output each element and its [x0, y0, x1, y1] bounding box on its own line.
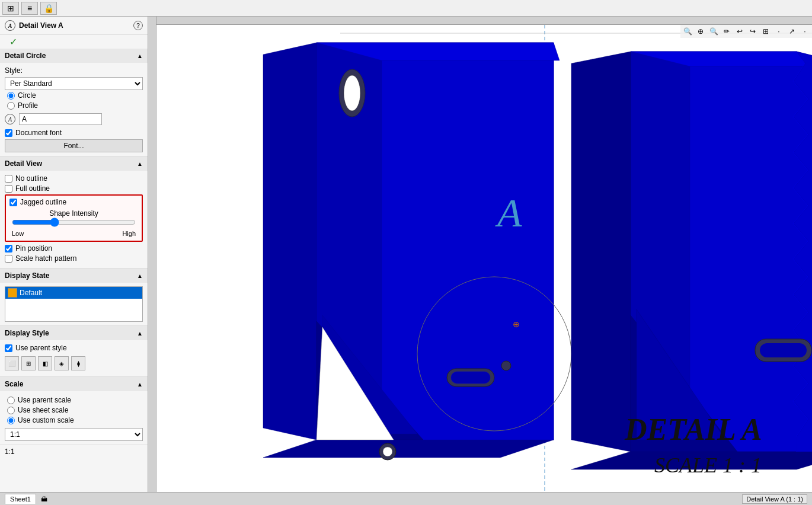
- vt-search-icon[interactable]: 🔍: [682, 26, 693, 37]
- use-sheet-scale-radio[interactable]: Use sheet scale: [7, 406, 140, 414]
- no-outline-checkbox[interactable]: [5, 175, 12, 183]
- document-font-checkbox[interactable]: [5, 129, 12, 137]
- slider-high-label: High: [122, 230, 136, 237]
- circle-profile-radio: Circle Profile: [5, 90, 143, 111]
- ds-wireframe-btn[interactable]: ⬜: [5, 356, 19, 370]
- style-label: Style:: [5, 66, 23, 75]
- font-button[interactable]: Font...: [5, 139, 143, 152]
- confirm-checkmark[interactable]: ✓: [5, 36, 22, 48]
- bottom-hole-inner: [383, 447, 392, 456]
- pin-position-checkbox[interactable]: [5, 245, 12, 252]
- detail-view-header[interactable]: Detail View ▲: [0, 156, 148, 171]
- cross-cursor-symbol: ⊕: [513, 319, 520, 329]
- vt-pencil-icon[interactable]: ✏: [721, 26, 733, 37]
- scale-header[interactable]: Scale ▲: [0, 377, 148, 391]
- display-state-collapse[interactable]: ▲: [137, 273, 143, 279]
- a-icon-small: A: [5, 114, 15, 124]
- vt-redo-icon[interactable]: ↪: [747, 26, 759, 37]
- use-parent-style-label: Use parent style: [15, 344, 67, 352]
- detail-left: [571, 52, 631, 452]
- scale-hatch-checkbox[interactable]: [5, 255, 12, 263]
- no-outline-row: No outline: [5, 174, 143, 183]
- viewport[interactable]: 🔍 ⊕ 🔍 ✏ ↩ ↪ ⊞ · ↗ ·: [148, 17, 812, 492]
- slider-labels: Low High: [12, 230, 136, 237]
- no-outline-label: No outline: [15, 174, 47, 183]
- detail-circle-collapse[interactable]: ▲: [137, 53, 143, 59]
- display-state-header[interactable]: Display State ▲: [0, 269, 148, 283]
- help-icon[interactable]: ?: [133, 21, 143, 30]
- display-style-content: Use parent style ⬜ ⊞ ◧ ◈ ⧫: [0, 340, 148, 376]
- use-custom-scale-radio[interactable]: Use custom scale: [7, 416, 140, 424]
- drawing-svg: ⊕ A: [156, 25, 812, 492]
- scale-footer-value: 1:1: [5, 448, 15, 456]
- detail-scale-text: SCALE 1 : 1: [654, 453, 762, 477]
- use-parent-scale-input[interactable]: [7, 397, 15, 404]
- jagged-outline-row: Jagged outline: [9, 198, 138, 206]
- part-left-face: [263, 43, 317, 440]
- display-state-default[interactable]: Default: [5, 287, 142, 299]
- toolbar-btn-2[interactable]: ≡: [21, 2, 38, 15]
- oval-slot-inner: [451, 372, 490, 383]
- sheet1-tab[interactable]: Sheet1: [5, 494, 36, 504]
- vt-arrow-icon[interactable]: ↗: [786, 26, 798, 37]
- left-panel: A Detail View A ? ✓ Detail Circle ▲ Styl…: [0, 17, 148, 492]
- circle-radio-input[interactable]: [7, 92, 15, 100]
- ds-shaded-btn[interactable]: ◧: [38, 356, 52, 370]
- display-state-list[interactable]: Default: [5, 286, 143, 322]
- small-circle: [501, 361, 511, 370]
- use-sheet-scale-input[interactable]: [7, 407, 15, 414]
- display-style-section: Display Style ▲ Use parent style ⬜ ⊞ ◧ ◈…: [0, 326, 148, 377]
- use-parent-style-checkbox[interactable]: [5, 344, 12, 352]
- display-state-section: Display State ▲ Default: [0, 269, 148, 326]
- vt-zoom-in-icon[interactable]: ⊕: [695, 26, 706, 37]
- status-bar: Sheet1 🏔 Detail View A (1 : 1): [0, 492, 812, 505]
- shape-intensity-container: Shape Intensity Low High: [9, 208, 138, 238]
- scale-dropdown[interactable]: 1:1 1:2 2:1: [5, 428, 143, 441]
- ds-hidden-btn[interactable]: ⊞: [21, 356, 36, 370]
- use-parent-scale-radio[interactable]: Use parent scale: [7, 396, 140, 404]
- use-custom-scale-input[interactable]: [7, 417, 15, 424]
- profile-radio[interactable]: Profile: [7, 101, 140, 110]
- ds-shaded2-btn[interactable]: ◈: [55, 356, 69, 370]
- toolbar-btn-1[interactable]: ⊞: [2, 2, 19, 15]
- vt-zoom-area-icon[interactable]: 🔍: [708, 26, 720, 37]
- style-dropdown[interactable]: Per Standard Connected Broken: [5, 77, 143, 90]
- label-input[interactable]: A: [19, 113, 102, 125]
- sheet1-tab-label: Sheet1: [10, 496, 31, 503]
- display-state-content: Default: [0, 283, 148, 325]
- jagged-outline-box: Jagged outline Shape Intensity Low High: [5, 194, 143, 242]
- display-state-default-label: Default: [20, 289, 42, 297]
- scale-section: Scale ▲ Use parent scale Use sheet scale: [0, 377, 148, 445]
- pin-position-row: Pin position: [5, 244, 143, 252]
- display-style-collapse[interactable]: ▲: [137, 330, 143, 337]
- drawing-content: 🔍 ⊕ 🔍 ✏ ↩ ↪ ⊞ · ↗ ·: [156, 25, 812, 492]
- vt-view-icon[interactable]: ⊞: [760, 26, 772, 37]
- scale-collapse[interactable]: ▲: [137, 381, 143, 388]
- jagged-outline-checkbox[interactable]: [9, 199, 17, 206]
- detail-view-collapse[interactable]: ▲: [137, 161, 143, 167]
- text-input-row: A A: [5, 113, 143, 125]
- detail-circle-header[interactable]: Detail Circle ▲: [0, 49, 148, 63]
- use-sheet-scale-label: Use sheet scale: [18, 406, 68, 414]
- display-style-label: Display Style: [5, 329, 49, 337]
- display-state-icon: [8, 288, 17, 298]
- vt-dot-icon: ·: [773, 26, 785, 37]
- main-area: A Detail View A ? ✓ Detail Circle ▲ Styl…: [0, 17, 812, 492]
- slider-low-label: Low: [12, 230, 24, 237]
- display-style-header[interactable]: Display Style ▲: [0, 326, 148, 340]
- detail-title-text: DETAIL A: [624, 413, 762, 446]
- circle-radio[interactable]: Circle: [7, 91, 140, 100]
- vt-undo-icon[interactable]: ↩: [734, 26, 746, 37]
- shape-intensity-slider[interactable]: [12, 218, 136, 227]
- toolbar-btn-3[interactable]: 🔒: [40, 2, 57, 15]
- scale-radio-group: Use parent scale Use sheet scale Use cus…: [5, 395, 143, 426]
- detail-circle-label: Detail Circle: [5, 52, 46, 60]
- panel-header: A Detail View A ?: [0, 17, 148, 35]
- full-outline-checkbox[interactable]: [5, 185, 12, 193]
- detail-slot-inner: [760, 343, 807, 357]
- panel-title: Detail View A: [19, 21, 63, 30]
- ds-draft-btn[interactable]: ⧫: [71, 356, 85, 370]
- detail-view-label: Detail View: [5, 159, 42, 168]
- profile-radio-input[interactable]: [7, 102, 15, 110]
- circle-radio-label: Circle: [18, 91, 36, 100]
